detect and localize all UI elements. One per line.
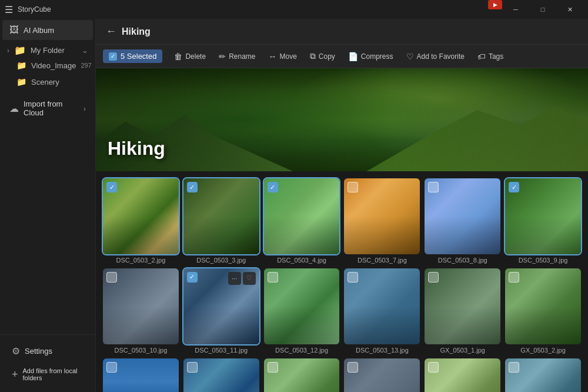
photo-label-3: DSC_0503_4.jpg: [264, 257, 340, 264]
delete-button[interactable]: 🗑 Delete: [168, 49, 212, 64]
photo-item-4[interactable]: DSC_0503_7.jpg: [344, 178, 420, 264]
photo-thumb-1[interactable]: ✓: [103, 178, 179, 254]
photo-item-6[interactable]: ✓DSC_0503_9.jpg: [505, 178, 581, 264]
photo-checkbox-11[interactable]: [428, 272, 439, 283]
main-content: ← Hiking ✓ 5 Selected 🗑 Delete ✏ Rename …: [96, 19, 588, 392]
app-layout: 🖼 AI Album › 📁 My Folder ⌄ 📁 Video_Image…: [0, 19, 588, 392]
photo-item-3[interactable]: ✓DSC_0503_4.jpg: [264, 178, 340, 264]
favorite-button[interactable]: ♡ Add to Favorite: [400, 49, 470, 64]
photo-checkbox-12[interactable]: [509, 272, 519, 283]
photo-checkbox-5[interactable]: [428, 182, 439, 192]
move-button[interactable]: ↔ Move: [262, 49, 302, 64]
photo-thumb-18[interactable]: [505, 358, 581, 392]
sidebar-item-add-files[interactable]: + Add files from local folders: [5, 363, 91, 386]
import-chevron-icon: ›: [83, 104, 86, 113]
sidebar-ai-album-label: AI Album: [24, 26, 86, 35]
photo-item-10[interactable]: DSC_0503_13.jpg: [344, 268, 420, 354]
photo-thumb-3[interactable]: ✓: [264, 178, 340, 254]
photo-item-8[interactable]: ✓···♡DSC_0503_11.jpg: [183, 268, 259, 354]
photo-item-16[interactable]: [344, 358, 420, 392]
copy-label: Copy: [319, 52, 335, 61]
selected-count-button[interactable]: ✓ 5 Selected: [103, 49, 162, 63]
photo-checkbox-3[interactable]: ✓: [268, 182, 278, 192]
action-bar: ✓ 5 Selected 🗑 Delete ✏ Rename ↔ Move ⧉ …: [96, 45, 588, 68]
photo-thumb-10[interactable]: [344, 268, 420, 344]
photo-label-9: DSC_0503_12.jpg: [264, 347, 340, 354]
photo-item-7[interactable]: DSC_0503_10.jpg: [103, 268, 179, 354]
copy-button[interactable]: ⧉ Copy: [304, 48, 341, 64]
photo-checkbox-8[interactable]: ✓: [187, 272, 198, 283]
photo-heart-button-8[interactable]: ♡: [243, 272, 256, 285]
photo-checkbox-17[interactable]: [428, 362, 439, 373]
selected-checkbox-icon: ✓: [109, 52, 117, 61]
photo-checkbox-7[interactable]: [106, 272, 117, 283]
photo-item-12[interactable]: GX_0503_2.jpg: [505, 268, 581, 354]
back-button[interactable]: ←: [103, 24, 119, 40]
photo-overlay-10: [344, 306, 420, 344]
maximize-button[interactable]: □: [529, 0, 556, 19]
hamburger-icon[interactable]: ☰: [5, 4, 13, 15]
hero-title: Hiking: [108, 138, 165, 160]
photo-overlay-2: [183, 216, 259, 254]
photo-item-2[interactable]: ✓DSC_0503_3.jpg: [183, 178, 259, 264]
photo-item-11[interactable]: GX_0503_1.jpg: [425, 268, 500, 354]
photo-checkbox-18[interactable]: [509, 362, 519, 373]
photo-thumb-9[interactable]: [264, 268, 340, 344]
sidebar-item-video-image[interactable]: 📁 Video_Image 297: [0, 57, 95, 74]
rename-button[interactable]: ✏ Rename: [213, 49, 261, 64]
photo-thumb-2[interactable]: ✓: [183, 178, 259, 254]
video-image-count: 297: [81, 62, 91, 69]
photo-item-13[interactable]: [103, 358, 179, 392]
photo-overlay-3: [264, 216, 340, 254]
photo-checkbox-2[interactable]: ✓: [187, 182, 198, 192]
photo-checkbox-16[interactable]: [348, 362, 358, 373]
photo-item-1[interactable]: ✓DSC_0503_2.jpg: [103, 178, 179, 264]
red-badge-icon: ▶: [488, 0, 502, 9]
photo-label-11: GX_0503_1.jpg: [425, 347, 500, 354]
sidebar-item-scenery[interactable]: 📁 Scenery: [0, 74, 95, 90]
photo-thumb-11[interactable]: [425, 268, 500, 344]
photo-thumb-17[interactable]: [425, 358, 500, 392]
photo-thumb-13[interactable]: [103, 358, 179, 392]
photo-checkbox-1[interactable]: ✓: [106, 182, 117, 192]
compress-button[interactable]: 📄 Compress: [342, 49, 399, 64]
photo-thumb-14[interactable]: [183, 358, 259, 392]
sidebar-item-settings[interactable]: ⚙ Settings: [5, 341, 91, 361]
photo-checkbox-13[interactable]: [106, 362, 117, 373]
photo-label-2: DSC_0503_3.jpg: [183, 257, 259, 264]
close-button[interactable]: ✕: [556, 0, 583, 19]
minimize-button[interactable]: ─: [502, 0, 529, 19]
photo-thumb-15[interactable]: [264, 358, 340, 392]
ai-album-icon: 🖼: [9, 25, 19, 35]
sidebar-section-my-folder[interactable]: › 📁 My Folder ⌄: [0, 41, 95, 57]
photo-item-17[interactable]: [425, 358, 500, 392]
photo-checkbox-4[interactable]: [348, 182, 358, 192]
hero-banner: Hiking: [96, 68, 588, 171]
photo-checkbox-15[interactable]: [268, 362, 278, 373]
photo-thumb-8[interactable]: ✓···♡: [183, 268, 259, 344]
photo-more-button-8[interactable]: ···: [228, 272, 241, 285]
photo-label-12: GX_0503_2.jpg: [505, 347, 581, 354]
photo-checkbox-14[interactable]: [187, 362, 198, 373]
sidebar-item-ai-album[interactable]: 🖼 AI Album: [2, 20, 93, 40]
photo-item-18[interactable]: [505, 358, 581, 392]
page-title: Hiking: [122, 26, 151, 37]
photo-thumb-16[interactable]: [344, 358, 420, 392]
photo-thumb-6[interactable]: ✓: [505, 178, 581, 254]
import-cloud-icon: ☁: [9, 103, 19, 114]
photo-thumb-7[interactable]: [103, 268, 179, 344]
photo-item-5[interactable]: DSC_0503_8.jpg: [425, 178, 500, 264]
favorite-label: Add to Favorite: [417, 52, 465, 61]
photo-item-9[interactable]: DSC_0503_12.jpg: [264, 268, 340, 354]
sidebar-item-import[interactable]: ☁ Import from Cloud ›: [2, 95, 93, 122]
photo-item-15[interactable]: [264, 358, 340, 392]
photo-thumb-12[interactable]: [505, 268, 581, 344]
tags-button[interactable]: 🏷 Tags: [472, 49, 509, 64]
photo-label-8: DSC_0503_11.jpg: [183, 347, 259, 354]
photo-thumb-4[interactable]: [344, 178, 420, 254]
photo-item-14[interactable]: [183, 358, 259, 392]
photo-checkbox-6[interactable]: ✓: [509, 182, 519, 192]
photo-checkbox-9[interactable]: [268, 272, 278, 283]
photo-thumb-5[interactable]: [425, 178, 500, 254]
photo-checkbox-10[interactable]: [348, 272, 358, 283]
